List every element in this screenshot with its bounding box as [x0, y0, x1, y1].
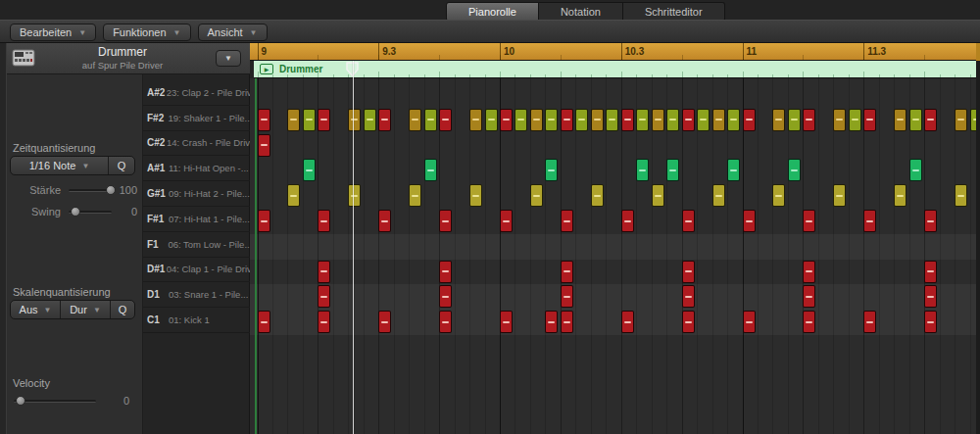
- midi-note[interactable]: [803, 285, 815, 308]
- menu-bearbeiten[interactable]: Bearbeiten ▼: [10, 24, 96, 41]
- midi-note[interactable]: [409, 109, 421, 131]
- midi-note[interactable]: [591, 184, 604, 207]
- midi-note[interactable]: [772, 109, 785, 131]
- scale-quantize-apply-button[interactable]: Q: [111, 301, 134, 318]
- midi-note[interactable]: [591, 109, 604, 131]
- midi-note[interactable]: [378, 109, 391, 131]
- midi-note[interactable]: [727, 159, 740, 181]
- midi-note[interactable]: [863, 311, 876, 333]
- note-name-row[interactable]: F106: Tom Low - Pile...: [143, 232, 250, 258]
- note-name-row[interactable]: G#109: Hi-Hat 2 - Pile...: [143, 181, 250, 207]
- midi-note[interactable]: [924, 261, 937, 283]
- midi-note[interactable]: [318, 285, 330, 308]
- midi-note[interactable]: [743, 109, 756, 131]
- midi-note[interactable]: [803, 261, 815, 283]
- scale-type-select[interactable]: Dur ▼: [61, 301, 111, 318]
- midi-note[interactable]: [636, 159, 649, 181]
- velocity-slider-knob[interactable]: [16, 396, 25, 406]
- midi-note[interactable]: [348, 184, 361, 207]
- midi-note[interactable]: [712, 109, 725, 131]
- midi-note[interactable]: [287, 109, 300, 131]
- midi-note[interactable]: [621, 311, 634, 333]
- midi-note[interactable]: [682, 210, 695, 232]
- midi-note[interactable]: [318, 210, 330, 232]
- region-play-icon[interactable]: ▶: [260, 64, 273, 74]
- midi-note[interactable]: [833, 184, 846, 207]
- midi-note[interactable]: [743, 210, 756, 232]
- midi-note[interactable]: [303, 159, 316, 181]
- midi-note[interactable]: [500, 311, 513, 333]
- midi-note[interactable]: [621, 210, 634, 232]
- menu-funktionen[interactable]: Funktionen ▼: [103, 24, 190, 41]
- midi-note[interactable]: [575, 109, 588, 131]
- midi-note[interactable]: [803, 210, 815, 232]
- midi-note[interactable]: [652, 184, 664, 207]
- midi-note[interactable]: [287, 184, 300, 207]
- midi-note[interactable]: [439, 210, 452, 232]
- midi-note[interactable]: [863, 210, 876, 232]
- midi-note[interactable]: [318, 109, 330, 131]
- midi-note[interactable]: [924, 285, 937, 308]
- midi-note[interactable]: [666, 109, 679, 131]
- midi-note[interactable]: [909, 109, 922, 131]
- midi-note[interactable]: [743, 311, 756, 333]
- scale-root-select[interactable]: Aus ▼: [11, 301, 61, 318]
- strength-slider[interactable]: [69, 189, 112, 192]
- midi-note[interactable]: [530, 184, 543, 207]
- midi-note[interactable]: [378, 311, 391, 333]
- midi-note[interactable]: [682, 261, 695, 283]
- midi-note[interactable]: [727, 109, 740, 131]
- midi-note[interactable]: [561, 261, 573, 283]
- midi-note[interactable]: [514, 109, 527, 131]
- region-menu-button[interactable]: ▼: [216, 50, 241, 67]
- midi-note[interactable]: [439, 285, 452, 308]
- bar-ruler[interactable]: 99.31010.31111.3: [250, 43, 980, 61]
- midi-note[interactable]: [500, 109, 513, 131]
- midi-note[interactable]: [545, 311, 558, 333]
- time-quantize-apply-button[interactable]: Q: [109, 157, 134, 174]
- midi-note[interactable]: [409, 184, 421, 207]
- midi-note[interactable]: [561, 311, 573, 333]
- midi-note[interactable]: [348, 109, 361, 131]
- midi-note[interactable]: [364, 109, 376, 131]
- midi-note[interactable]: [833, 109, 846, 131]
- midi-note[interactable]: [682, 311, 695, 333]
- midi-note[interactable]: [697, 109, 710, 131]
- midi-note[interactable]: [652, 109, 664, 131]
- midi-note[interactable]: [439, 109, 452, 131]
- midi-note[interactable]: [712, 184, 725, 207]
- midi-note[interactable]: [530, 109, 543, 131]
- note-name-row[interactable]: D103: Snare 1 - Pile...: [143, 282, 250, 308]
- midi-note[interactable]: [469, 184, 482, 207]
- midi-note[interactable]: [258, 109, 270, 131]
- velocity-slider[interactable]: [14, 400, 96, 403]
- note-name-row[interactable]: C101: Kick 1: [143, 308, 250, 333]
- midi-note[interactable]: [469, 109, 482, 131]
- midi-note[interactable]: [545, 159, 558, 181]
- midi-note[interactable]: [621, 109, 634, 131]
- tab-notation[interactable]: Notation: [539, 2, 623, 22]
- midi-note[interactable]: [378, 210, 391, 232]
- midi-note[interactable]: [772, 184, 785, 207]
- note-name-row[interactable]: D#104: Clap 1 - Pile Driver: [143, 258, 250, 283]
- midi-note[interactable]: [863, 109, 876, 131]
- midi-note[interactable]: [318, 311, 330, 333]
- midi-note[interactable]: [636, 109, 649, 131]
- midi-note[interactable]: [561, 285, 573, 308]
- midi-note[interactable]: [924, 109, 937, 131]
- tab-schritteditor[interactable]: Schritteditor: [623, 2, 725, 22]
- midi-note[interactable]: [500, 210, 513, 232]
- midi-note[interactable]: [924, 210, 937, 232]
- midi-note[interactable]: [894, 109, 906, 131]
- midi-note[interactable]: [318, 261, 330, 283]
- note-grid[interactable]: [250, 78, 980, 434]
- midi-note[interactable]: [894, 184, 906, 207]
- midi-note[interactable]: [682, 109, 695, 131]
- midi-note[interactable]: [803, 109, 815, 131]
- tab-pianorolle[interactable]: Pianorolle: [446, 2, 539, 22]
- midi-note[interactable]: [955, 109, 967, 131]
- note-name-row[interactable]: F#107: Hi-Hat 1 - Pile...: [143, 207, 250, 232]
- midi-note[interactable]: [258, 311, 270, 333]
- note-name-row[interactable]: C#214: Crash - Pile Driver: [143, 131, 250, 157]
- note-name-row[interactable]: A#111: Hi-Hat Open -...: [143, 156, 250, 181]
